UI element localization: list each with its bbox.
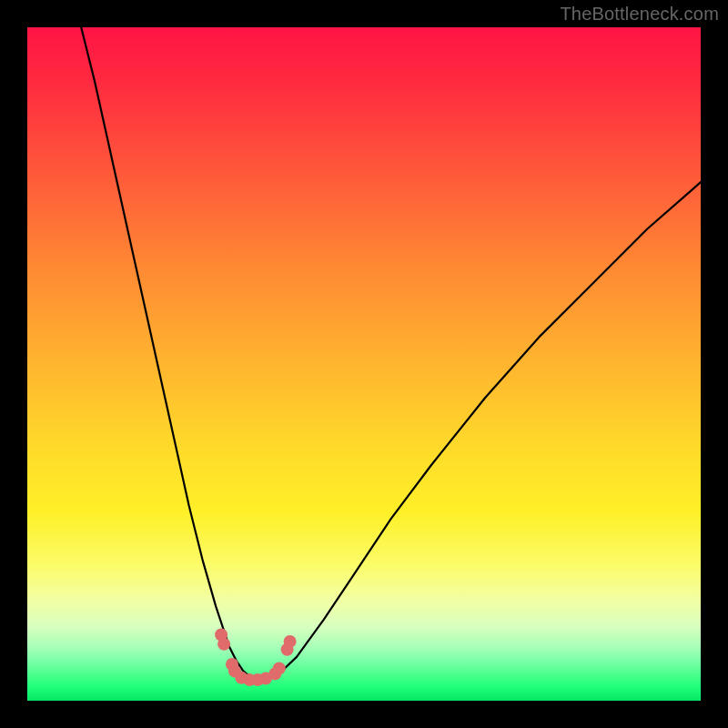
bottleneck-curve bbox=[81, 27, 701, 679]
watermark-text: TheBottleneck.com bbox=[560, 4, 719, 25]
curve-marker bbox=[273, 662, 286, 675]
curve-marker bbox=[217, 638, 230, 651]
chart-plot-area bbox=[27, 27, 701, 701]
chart-svg bbox=[27, 27, 701, 701]
curve-markers bbox=[215, 629, 297, 687]
curve-marker bbox=[284, 635, 297, 648]
